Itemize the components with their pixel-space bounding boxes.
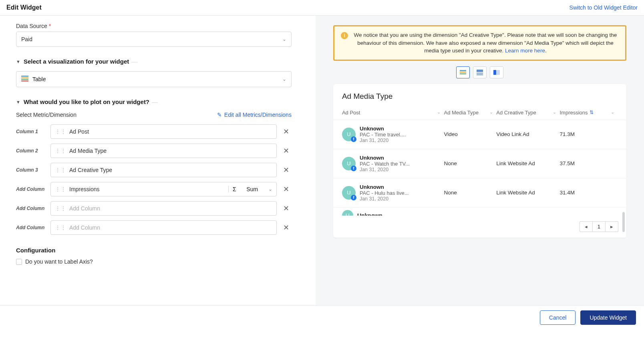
drag-handle-icon[interactable]: ⋮⋮: [55, 224, 66, 231]
column-label: Column 2: [16, 148, 46, 154]
split-icon: [493, 70, 500, 75]
chevron-down-icon: ⌄: [489, 110, 496, 115]
learn-more-link[interactable]: Learn more here: [505, 48, 545, 54]
edit-all-metrics-link[interactable]: ✎ Edit all Metrics/Dimensions: [217, 112, 292, 118]
drag-handle-icon[interactable]: ⋮⋮: [55, 167, 66, 173]
page-title: Edit Widget: [6, 4, 42, 11]
preview-title: Ad Media Type: [333, 84, 626, 106]
cancel-button[interactable]: Cancel: [540, 310, 576, 325]
column-input-empty[interactable]: ⋮⋮ Add Column: [50, 220, 277, 235]
required-asterisk: *: [49, 23, 51, 29]
column-label: Column 3: [16, 167, 46, 173]
table-icon: [460, 70, 466, 74]
remove-column-icon[interactable]: ✕: [281, 127, 292, 136]
label-axis-checkbox[interactable]: [16, 259, 22, 265]
dimension-change-alert: We notice that you are using the dimensi…: [333, 25, 626, 61]
data-source-label: Data Source: [16, 23, 47, 29]
sort-desc-icon: ⇅: [590, 110, 594, 115]
info-icon: [341, 32, 348, 39]
sigma-icon: Σ: [233, 186, 236, 192]
drag-handle-icon[interactable]: ⋮⋮: [55, 148, 66, 154]
drag-handle-icon[interactable]: ⋮⋮: [55, 205, 66, 212]
table-row[interactable]: Uf Unknown PAC - Hulu has live... Jan 31…: [333, 178, 626, 208]
view-table-button[interactable]: [456, 66, 470, 78]
collapse-icon: ▼: [16, 100, 20, 104]
drag-handle-icon[interactable]: ⋮⋮: [55, 186, 66, 192]
column-header-impressions[interactable]: Impressions ⇅⌄: [559, 110, 617, 116]
data-source-select[interactable]: Paid ⌄: [16, 32, 292, 47]
chevron-down-icon: ⌄: [282, 36, 286, 42]
view-list-button[interactable]: [473, 66, 487, 78]
avatar: Uf: [342, 186, 356, 200]
section-visualization[interactable]: ▼ Select a visualization for your widget…: [16, 58, 292, 65]
column-input-impressions[interactable]: ⋮⋮ Impressions Σ Sum ⌄: [50, 182, 277, 196]
view-split-button[interactable]: [490, 66, 503, 78]
list-icon: [477, 70, 483, 75]
visualization-value: Table: [32, 76, 46, 82]
chevron-down-icon: ⌄: [611, 110, 618, 115]
table-row[interactable]: Uf Unknown PAC - Time travel.... Jan 31,…: [333, 120, 626, 149]
section-plot[interactable]: ▼ What would you like to plot on your wi…: [16, 98, 292, 105]
remove-column-icon[interactable]: ✕: [281, 146, 292, 155]
configuration-label: Configuration: [16, 247, 292, 254]
drag-handle-icon[interactable]: ⋮⋮: [55, 128, 66, 135]
preview-card: Ad Media Type Ad Post⌄ Ad Media Type⌄ Ad…: [333, 84, 626, 238]
facebook-icon: f: [351, 166, 356, 171]
column-label: Add Column: [16, 225, 46, 230]
column-header-ad-creative-type[interactable]: Ad Creative Type⌄: [496, 110, 559, 116]
page-prev-button[interactable]: ◂: [580, 221, 592, 232]
table-icon: [21, 76, 28, 83]
table-row[interactable]: Uf Unknown PAC - Watch the TV... Jan 31,…: [333, 149, 626, 178]
facebook-icon: f: [351, 195, 356, 200]
avatar: Uf: [342, 157, 356, 170]
chevron-down-icon: ⌄: [268, 186, 272, 192]
aggregation-select[interactable]: Σ Sum ⌄: [228, 186, 272, 192]
page-next-button[interactable]: ▸: [606, 221, 618, 232]
avatar: U: [342, 210, 353, 216]
chevron-down-icon: ⌄: [282, 76, 286, 82]
switch-editor-link[interactable]: Switch to Old Widget Editor: [570, 4, 638, 11]
update-widget-button[interactable]: Update Widget: [580, 310, 636, 325]
remove-column-icon[interactable]: ✕: [281, 204, 292, 213]
column-label: Add Column: [16, 186, 46, 192]
remove-column-icon[interactable]: ✕: [281, 223, 292, 232]
preview-panel: We notice that you are using the dimensi…: [316, 16, 644, 305]
chevron-down-icon: ⌄: [437, 110, 444, 115]
remove-column-icon[interactable]: ✕: [281, 166, 292, 174]
column-header-ad-media-type[interactable]: Ad Media Type⌄: [444, 110, 496, 116]
column-label: Column 1: [16, 129, 46, 134]
column-input-ad-creative-type[interactable]: ⋮⋮ Ad Creative Type: [50, 163, 277, 177]
scrollbar[interactable]: [622, 212, 625, 232]
config-panel: Data Source * Paid ⌄ ▼ Select a visualiz…: [0, 16, 316, 305]
label-axis-text: Do you want to Label Axis?: [25, 258, 93, 265]
chevron-down-icon: ⌄: [553, 110, 559, 115]
column-input-ad-post[interactable]: ⋮⋮ Ad Post: [50, 124, 277, 139]
visualization-select[interactable]: Table ⌄: [16, 71, 292, 87]
column-input-empty[interactable]: ⋮⋮ Add Column: [50, 201, 277, 216]
facebook-icon: f: [351, 136, 356, 142]
column-header-ad-post[interactable]: Ad Post⌄: [342, 110, 444, 116]
column-input-ad-media-type[interactable]: ⋮⋮ Ad Media Type: [50, 144, 277, 158]
table-row[interactable]: U Unknown: [333, 208, 626, 216]
data-source-value: Paid: [21, 36, 32, 42]
column-label: Add Column: [16, 206, 46, 211]
avatar: Uf: [342, 128, 356, 141]
select-metric-label: Select Metric/Dimension: [16, 112, 76, 118]
remove-column-icon[interactable]: ✕: [281, 185, 292, 194]
page-current[interactable]: 1: [592, 221, 606, 232]
collapse-icon: ▼: [16, 59, 20, 64]
pencil-icon: ✎: [217, 112, 222, 118]
